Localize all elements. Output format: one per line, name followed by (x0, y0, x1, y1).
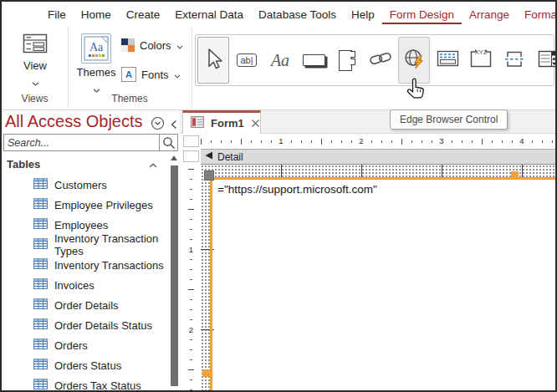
table-item-label: Orders (54, 339, 88, 352)
menu-tab-home[interactable]: Home (74, 5, 119, 24)
xyz-group-tool[interactable]: XYZ (465, 37, 497, 84)
svg-text:Aa: Aa (89, 41, 104, 53)
table-icon (33, 359, 48, 372)
ribbon-group-views: View Views (2, 27, 69, 109)
menu-tab-external-data[interactable]: External Data (167, 5, 251, 24)
table-item-label: Inventory Transactions (54, 259, 164, 272)
menu-tab-file[interactable]: File (40, 5, 74, 24)
table-item[interactable]: Invoices (2, 275, 169, 295)
controls-gallery: ab| Aa XYZ (195, 34, 554, 86)
tables-list: Customers Employee Privileges Employees … (2, 175, 169, 392)
selection-border-top[interactable] (210, 177, 555, 180)
ruler-number: 4 (517, 136, 526, 145)
design-canvas[interactable]: ="https://support.microsoft.com" (201, 165, 555, 390)
access-window: File Home Create External Data Database … (0, 0, 557, 392)
text-box-tool[interactable]: ab| (231, 37, 263, 84)
table-item[interactable]: Employee Privileges (2, 195, 169, 215)
table-item[interactable]: Orders (2, 335, 169, 355)
nav-pane-menu-icon[interactable] (151, 116, 165, 134)
menu-tab-form-design[interactable]: Form Design (382, 5, 462, 24)
chevron-down-icon (176, 39, 183, 52)
colors-button[interactable]: Colors (121, 38, 183, 52)
table-item-label: Employee Privileges (54, 199, 153, 211)
themes-button[interactable]: Aa Themes (73, 33, 120, 96)
search-box (3, 134, 178, 151)
close-icon[interactable] (251, 116, 260, 131)
ribbon-group-themes: Aa Themes Colors A Fonts Themes (68, 27, 192, 109)
menu-tab-create[interactable]: Create (119, 5, 168, 24)
menu-tab-database-tools[interactable]: Database Tools (251, 5, 344, 24)
shutter-close-icon[interactable] (171, 118, 177, 133)
combo-box-icon (537, 49, 557, 72)
table-icon (33, 339, 48, 352)
tables-section-header[interactable]: Tables (7, 155, 167, 172)
sidebar-scrollbar[interactable] (170, 154, 179, 389)
search-icon[interactable] (159, 135, 177, 150)
ribbon-tab-bar: File Home Create External Data Database … (2, 2, 555, 27)
text-box-icon: ab| (237, 53, 256, 67)
tab-form1[interactable]: Form1 (182, 110, 261, 134)
table-item[interactable]: Order Details (2, 295, 169, 315)
ruler-number: 2 (356, 136, 365, 145)
menu-tab-arrange[interactable]: Arrange (462, 5, 517, 24)
button-tool[interactable] (298, 37, 330, 84)
horizontal-ruler[interactable]: 1 2 3 4 (201, 134, 555, 149)
table-item-label: Orders Status (54, 359, 121, 372)
ribbon: View Views Aa Themes Colors A Fonts (2, 27, 555, 110)
hyperlink-icon (369, 50, 392, 70)
navigation-control-icon (437, 49, 459, 71)
table-item-label: Employees (54, 219, 108, 232)
browser-control-source-expression[interactable]: ="https://support.microsoft.com" (217, 183, 377, 196)
menu-tab-help[interactable]: Help (344, 5, 382, 24)
view-button-label: View (23, 59, 47, 72)
xyz-group-icon: XYZ (469, 48, 493, 72)
colors-icon (121, 38, 135, 52)
resize-handle-left[interactable] (202, 369, 210, 377)
table-item[interactable]: Orders Tax Status (2, 375, 169, 392)
vertical-ruler[interactable]: 1 2 (183, 165, 199, 390)
select-tool[interactable] (197, 37, 229, 84)
tables-section-label: Tables (7, 158, 40, 171)
fonts-icon: A (121, 67, 136, 82)
ruler-number: 2 (188, 323, 194, 336)
selection-border-left[interactable] (210, 177, 212, 390)
menu-tab-format[interactable]: Format (517, 5, 557, 24)
table-item[interactable]: Inventory Transaction Types (2, 235, 169, 255)
view-button[interactable]: View (17, 33, 54, 89)
hyperlink-tool[interactable] (365, 37, 396, 84)
resize-handle-top[interactable] (511, 171, 519, 178)
table-item[interactable]: Orders Status (2, 355, 169, 375)
ruler-number: 3 (437, 136, 446, 145)
page-break-tool[interactable] (498, 37, 530, 84)
label-icon: Aa (271, 51, 289, 70)
table-icon (33, 258, 48, 272)
grid-strip (201, 165, 210, 390)
search-input[interactable] (4, 135, 159, 150)
ruler-number: 1 (188, 243, 194, 256)
themes-icon: Aa (81, 33, 111, 64)
fonts-button[interactable]: A Fonts (121, 67, 181, 82)
fonts-button-label: Fonts (141, 69, 169, 81)
chevron-up-icon (149, 158, 157, 171)
section-selector-box[interactable] (183, 150, 199, 162)
table-icon (33, 379, 48, 392)
svg-text:XYZ: XYZ (475, 48, 488, 56)
move-handle[interactable] (204, 171, 214, 181)
tooltip: Edge Browser Control (390, 109, 508, 130)
chevron-down-icon (32, 74, 39, 89)
button-icon (303, 54, 325, 66)
table-item[interactable]: Customers (2, 175, 169, 195)
table-icon (33, 238, 48, 252)
tab-control-tool[interactable] (331, 37, 363, 84)
table-item[interactable]: Inventory Transactions (2, 255, 169, 275)
combo-box-tool[interactable] (532, 37, 557, 84)
chevron-down-icon (174, 69, 181, 81)
scroll-up-icon[interactable] (171, 155, 177, 160)
label-tool[interactable]: Aa (264, 37, 296, 84)
detail-section-bar[interactable]: Detail (201, 149, 555, 165)
select-arrow-icon (204, 48, 222, 74)
scrollbar-thumb[interactable] (171, 165, 178, 386)
views-group-label: Views (2, 93, 68, 104)
navigation-control-tool[interactable] (432, 37, 463, 84)
table-item[interactable]: Order Details Status (2, 315, 169, 335)
